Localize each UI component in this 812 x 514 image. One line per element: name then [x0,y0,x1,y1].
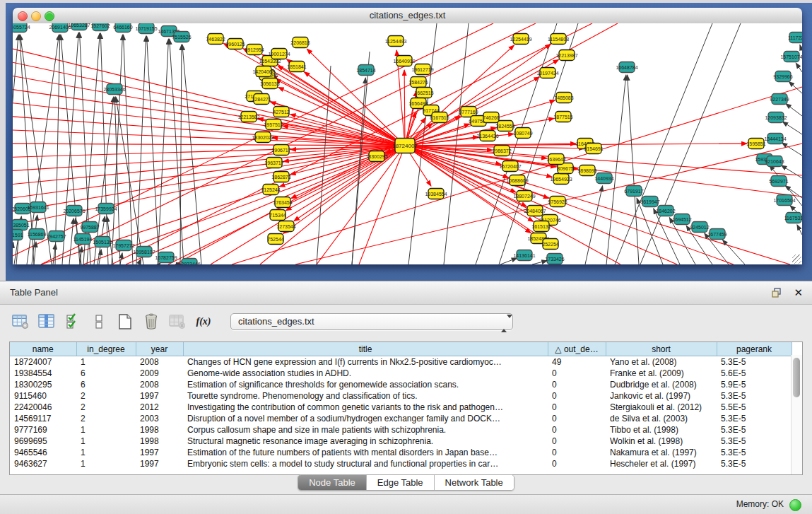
graph-node-label: 1957512 [264,122,283,127]
graph-edge[interactable] [782,122,802,134]
graph-edge[interactable] [606,75,626,264]
graph-node-label: 1167531 [784,216,802,221]
table-settings-icon[interactable] [11,313,30,331]
table-row[interactable]: 2242004622012Investigating the contribut… [10,402,792,413]
table-cell: 0 [548,390,606,402]
graph-edge[interactable] [500,258,517,264]
graph-edge[interactable] [158,39,168,264]
new-table-icon[interactable] [116,313,134,331]
close-traffic-light-icon[interactable] [18,11,28,21]
table-row[interactable]: 1872400712008Changes of HCN gene express… [10,356,792,368]
graph-edge[interactable] [112,35,122,264]
table-cell: 1997 [136,390,183,402]
graph-edge[interactable] [800,45,802,51]
table-selector-dropdown[interactable]: citations_edges.txt [230,313,513,330]
table-cell: Nakamura et al. (1997) [606,447,717,458]
network-canvas[interactable]: 1405572420691406106532871527602646616010… [13,23,802,264]
graph-node-label: 3056133 [260,81,279,86]
graph-edge[interactable] [147,36,159,264]
network-window: citations_edges.txt 14055724206914061065… [13,8,802,264]
table-header-row[interactable]: namein_degreeyeartitle△ out_de…shortpage… [10,342,792,356]
zoom-traffic-light-icon[interactable] [45,11,54,21]
select-rows-icon[interactable] [64,313,82,331]
graph-node-label: 6791917 [624,189,643,194]
graph-edge[interactable] [797,225,802,235]
tab-node-table[interactable]: Node Table [298,475,366,490]
table-cell: Estimation of the future numbers of pati… [183,447,548,458]
graph-edge[interactable] [796,63,802,72]
graph-node-label: 1615132 [531,224,551,229]
graph-edge[interactable] [211,146,405,264]
close-panel-icon[interactable]: ✕ [794,286,803,300]
graph-edge[interactable] [13,144,405,146]
column-header-year[interactable]: year [136,342,183,356]
graph-edge[interactable] [62,33,78,264]
table-row[interactable]: 1830029562008Estimation of significance … [10,379,792,390]
graph-edge[interactable] [182,45,201,264]
column-header-out_de[interactable]: △ out_de… [548,342,606,356]
column-select-icon[interactable] [37,313,56,331]
graph-edge[interactable] [628,75,639,264]
graph-node-label: 1846202 [656,209,675,214]
column-header-in_degree[interactable]: in_degree [76,342,136,356]
graph-edge[interactable] [55,35,60,264]
float-window-icon[interactable] [771,287,782,298]
graph-node-label: 10197434 [536,71,558,76]
table-cell: Structural magnetic resonance image aver… [183,436,548,447]
table-cell: 0 [548,368,606,379]
graph-node-label: 7485083 [554,95,573,100]
column-header-short[interactable]: short [606,342,717,356]
graph-edge[interactable] [13,146,405,214]
table-cell: 1997 [136,447,183,458]
table-row[interactable]: 969969511998Structural magnetic resonanc… [10,436,792,447]
column-header-name[interactable]: name [10,342,76,356]
graph-node-label: 9975887 [80,225,99,230]
graph-edge[interactable] [786,104,802,116]
table-row[interactable]: 977716911998Corpus callosum shape and si… [10,424,792,436]
table-row[interactable]: 1456911722003Disruption of a novel membe… [10,413,792,424]
table-cell: 2012 [136,402,183,413]
graph-node-label: 1273544 [276,224,295,229]
graph-edge[interactable] [444,23,469,264]
graph-node-label: 19001274 [268,52,290,57]
table-cell: 6 [76,368,136,379]
graph-node-label: 12213987 [555,53,577,58]
table-row[interactable]: 946554611997Estimation of the future num… [10,447,792,458]
table-cell: Franke et al. (2009) [606,368,717,379]
graph-edge[interactable] [404,70,405,146]
graph-edge[interactable] [100,33,108,264]
graph-node-label: 14055724 [13,25,30,30]
column-header-title[interactable]: title [183,342,548,356]
graph-edge[interactable] [120,253,122,264]
resize-grip-icon[interactable] [792,255,801,264]
table-row[interactable]: 1938455462009Genome-wide association stu… [10,368,792,379]
tab-network-table[interactable]: Network Table [434,475,514,490]
graph-edge[interactable] [13,243,13,264]
memory-status-indicator-icon[interactable] [789,499,801,511]
graph-node-label: 17359924 [95,206,117,211]
column-header-pagerank[interactable]: pagerank [717,342,792,356]
scrollbar-thumb[interactable] [793,358,800,397]
network-window-titlebar[interactable]: citations_edges.txt [13,8,802,24]
table-cell: 1 [76,436,136,447]
delete-column-icon[interactable] [142,313,160,331]
graph-node-label: 1505135 [93,240,112,245]
network-canvas-svg[interactable]: 1405572420691406106532871527602646616010… [13,23,802,264]
graph-node-label: 6466160 [113,25,132,30]
tab-edge-table[interactable]: Edge Table [366,475,434,490]
function-builder-icon[interactable]: f(x) [194,313,213,331]
graph-edge[interactable] [782,143,802,156]
graph-node-label: 8167515 [430,115,449,120]
graph-edge[interactable] [405,146,556,167]
table-row[interactable]: 946362711997Embryonic stem cells: a mode… [10,458,792,469]
table-row[interactable]: 911546021997Tourette syndrome. Phenomeno… [10,390,792,402]
table-vertical-scrollbar[interactable] [791,355,802,474]
graph-edge[interactable] [139,259,141,264]
graph-node-label: 9898695 [577,168,596,173]
graph-node-label: 1694512 [672,217,691,222]
graph-node-label: 11154808 [548,37,569,42]
graph-node-label: 21364436 [476,134,498,139]
graph-node-label: 9210643 [765,159,784,164]
minimize-traffic-light-icon[interactable] [31,11,41,21]
unselect-rows-icon[interactable] [90,313,108,331]
